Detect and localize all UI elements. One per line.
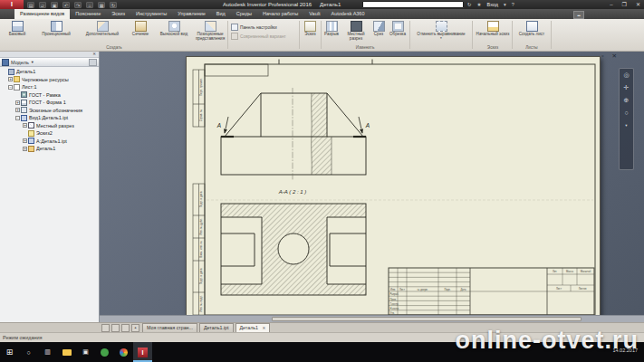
store-icon[interactable]: ▣	[76, 342, 95, 362]
tree-item-sketch-symbols[interactable]: + Эскизные обозначения	[0, 107, 99, 115]
tab-view[interactable]: Вид	[211, 9, 231, 19]
favorites-icon[interactable]: ★	[477, 2, 482, 7]
home-icon[interactable]: ⌂	[86, 2, 93, 8]
tree-item-breakout[interactable]: + Местный разрез	[0, 122, 99, 130]
sketch-button[interactable]: Эскиз	[302, 21, 319, 37]
doc-close-icon[interactable]: ✕	[612, 52, 617, 60]
browser-close-icon[interactable]: ✕	[92, 52, 96, 56]
zoom-icon[interactable]: ⊕	[624, 97, 630, 104]
sign-in-button[interactable]: Вход	[487, 2, 498, 7]
tab-get-started[interactable]: Начало работы	[257, 9, 303, 19]
auxiliary-view-button[interactable]: Дополнительный	[80, 21, 125, 37]
tree-item-section-a[interactable]: + A:Деталь1.ipt	[0, 138, 99, 146]
drawing-sheet[interactable]: Перв. примен. Справ. № Подп. и дата Инв.…	[186, 56, 601, 321]
settings-panel-toggle[interactable]: Панель настройки	[231, 24, 277, 31]
undo-icon[interactable]: ↶	[62, 2, 70, 8]
tree-item-gost-form1[interactable]: + ГОСТ - Форма 1	[0, 99, 99, 107]
scrollbar-thumb[interactable]	[272, 317, 582, 321]
collapse-minus-icon[interactable]: −	[15, 116, 20, 120]
refresh-icon[interactable]: ↻	[110, 2, 117, 8]
save-icon[interactable]: ▣	[51, 2, 58, 8]
break-button[interactable]: Разрыв	[322, 21, 341, 37]
section-view-button[interactable]: Сечение	[127, 21, 154, 37]
collapse-minus-icon[interactable]: −	[8, 85, 13, 90]
tree-item-part-root[interactable]: Деталь1	[0, 68, 99, 76]
start-button[interactable]: ⊞	[0, 342, 19, 362]
tree-item-gost-border[interactable]: ГОСТ - Рамка	[0, 91, 99, 100]
tree-item-part-child[interactable]: + Деталь1	[0, 145, 99, 153]
tab-a360[interactable]: Autodesk A360	[325, 9, 370, 19]
drawing-canvas[interactable]: – ▫ ✕	[100, 52, 644, 322]
ribbon-display-toggle-icon[interactable]: ▂	[573, 11, 584, 19]
sync-icon[interactable]: ↻	[467, 2, 472, 7]
break-alignment-button[interactable]: Отменить выравнивание ▾	[413, 21, 469, 41]
task-view-icon[interactable]: ▥	[38, 342, 57, 362]
horizontal-scrollbar[interactable]	[100, 315, 644, 322]
expand-plus-icon[interactable]: +	[23, 138, 27, 143]
expand-plus-icon[interactable]: +	[15, 108, 20, 112]
app-green-icon[interactable]	[95, 342, 114, 362]
cascade-windows-icon[interactable]	[101, 324, 110, 332]
sign-in-caret-icon[interactable]: ▾	[504, 2, 506, 7]
tab-home-page[interactable]: Моя главная стран...	[142, 323, 197, 333]
base-view-button[interactable]: Базовый	[2, 21, 33, 37]
tree-item-view1[interactable]: − Вид1:Деталь1.ipt	[0, 114, 99, 122]
print-icon[interactable]: ▦	[98, 2, 105, 8]
orbit-icon[interactable]: ○	[624, 110, 628, 117]
expand-plus-icon[interactable]: +	[23, 147, 27, 151]
tab-place-views[interactable]: Размещение видов	[14, 9, 70, 19]
steering-wheel-icon[interactable]: ◎	[623, 71, 629, 79]
new-file-icon[interactable]: ▤	[27, 2, 34, 8]
front-view[interactable]: А А	[216, 88, 370, 180]
start-sketch-button[interactable]: Начальный эскиз	[476, 21, 510, 37]
app-colorful-icon[interactable]	[114, 342, 133, 362]
tile-windows-icon[interactable]	[111, 324, 120, 332]
crop-button[interactable]: Обрезка	[388, 21, 408, 37]
expand-plus-icon[interactable]: +	[8, 77, 13, 81]
tree-item-sketch2[interactable]: Эскиз2	[0, 129, 99, 138]
svg-text:Подп. и дата: Подп. и дата	[199, 268, 203, 284]
browser-header[interactable]: Модель ▼	[0, 58, 99, 67]
inventor-logo-icon[interactable]: I	[0, 0, 24, 9]
new-sheet-button[interactable]: Создать лист	[514, 21, 549, 37]
svg-text:Лист: Лист	[556, 287, 562, 291]
tab-environments[interactable]: Среды	[231, 9, 257, 19]
tab-close-icon[interactable]: ✕	[262, 326, 265, 330]
modern-variant-toggle[interactable]: Современный вариант	[231, 33, 286, 40]
search-icon[interactable]: ○	[19, 342, 38, 362]
close-button[interactable]: ✕	[636, 0, 640, 9]
doc-restore-icon[interactable]: ▫	[601, 52, 603, 60]
tab-part-file[interactable]: Деталь1.ipt	[199, 323, 234, 333]
maximize-button[interactable]: ❐	[622, 0, 627, 9]
tab-drawing-file[interactable]: Деталь1 ✕	[235, 323, 271, 333]
tab-sketch[interactable]: Эскиз	[106, 9, 130, 19]
pan-icon[interactable]: ✛	[624, 84, 630, 91]
title-block[interactable]: Изм. Лист № докум. Подп. Дата Разраб. Пр…	[389, 268, 594, 320]
switch-windows-icon[interactable]	[121, 324, 130, 332]
tab-vault[interactable]: Vault	[303, 9, 325, 19]
projected-view-button[interactable]: Проекционный	[34, 21, 78, 37]
file-explorer-icon[interactable]	[57, 342, 76, 362]
help-icon[interactable]: ?	[512, 2, 514, 7]
positional-representations-button[interactable]: Позиционные представления	[194, 21, 226, 42]
tab-annotate[interactable]: Пояснение	[70, 9, 106, 19]
help-search-box[interactable]	[362, 1, 464, 8]
tree-item-sheet1[interactable]: − Лист:1	[0, 83, 99, 91]
navbar-menu-icon[interactable]: ▾	[625, 122, 627, 129]
browser-filter-icon[interactable]	[89, 59, 97, 66]
minimize-button[interactable]: –	[610, 0, 612, 9]
break-out-button[interactable]: Местный разрез	[342, 21, 370, 42]
expand-plus-icon[interactable]: +	[15, 100, 20, 105]
expand-plus-icon[interactable]: +	[23, 123, 27, 128]
section-view[interactable]	[221, 204, 366, 295]
svg-text:№ докум.: № докум.	[418, 289, 428, 291]
tab-tools[interactable]: Инструменты	[130, 9, 172, 19]
tree-item-drawing-resources[interactable]: + Чертежные ресурсы	[0, 76, 99, 84]
open-icon[interactable]: ▱	[39, 2, 46, 8]
redo-icon[interactable]: ↷	[74, 2, 82, 8]
detail-view-button[interactable]: Выносной вид	[156, 21, 192, 37]
arrange-icon[interactable]: ▴	[131, 324, 139, 332]
inventor-taskbar-button[interactable]: I	[133, 342, 152, 362]
tab-manage[interactable]: Управление	[172, 9, 211, 19]
slice-button[interactable]: Срез	[371, 21, 386, 37]
